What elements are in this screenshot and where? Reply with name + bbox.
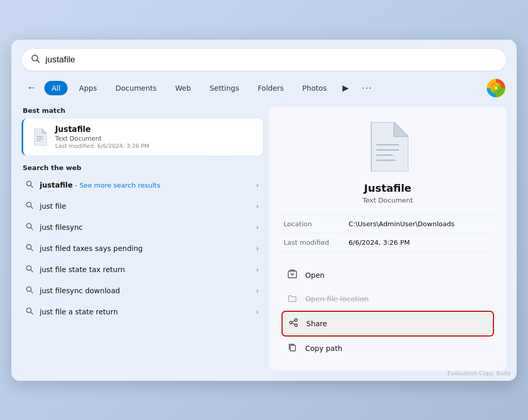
modified-value: 6/6/2024, 3:26 PM xyxy=(349,239,410,246)
filter-folders[interactable]: Folders xyxy=(251,81,291,95)
file-meta-location: Location C:\Users\AdminUser\Downloads xyxy=(282,215,494,233)
best-match-item[interactable]: Justafile Text Document Last modified: 6… xyxy=(22,119,263,156)
share-icon xyxy=(288,318,299,329)
filter-web[interactable]: Web xyxy=(168,81,199,95)
file-meta-table: Location C:\Users\AdminUser\Downloads La… xyxy=(282,214,494,252)
file-preview-type: Text Document xyxy=(362,196,413,204)
web-item-text: just filesync xyxy=(40,223,250,231)
open-location-action[interactable]: Open file location xyxy=(282,287,494,311)
web-search-icon xyxy=(26,223,34,232)
chevron-right-icon: › xyxy=(256,287,259,295)
right-panel: Justafile Text Document Location C:\User… xyxy=(269,107,506,371)
actions-list: Open Open file location xyxy=(282,263,494,360)
svg-line-20 xyxy=(31,312,33,314)
copy-icon xyxy=(287,343,298,354)
more-button[interactable]: ··· xyxy=(358,80,377,95)
web-item-text: just file state tax return xyxy=(40,265,250,274)
modified-label: Last modified xyxy=(284,239,340,246)
item-meta: Last modified: 6/6/2024, 3:26 PM xyxy=(55,143,150,149)
chevron-right-icon: › xyxy=(256,202,259,210)
web-item[interactable]: just file a state return › xyxy=(22,301,263,323)
svg-line-8 xyxy=(31,185,33,187)
share-label: Share xyxy=(306,320,327,328)
main-content: Best match Justafile Text Document Last … xyxy=(22,107,506,371)
chevron-right-icon: › xyxy=(256,308,259,316)
svg-point-27 xyxy=(290,321,292,324)
web-item[interactable]: just filesync › xyxy=(22,217,263,238)
filter-documents[interactable]: Documents xyxy=(108,81,164,95)
back-button[interactable]: ← xyxy=(23,80,40,95)
svg-line-14 xyxy=(31,248,33,250)
best-match-label: Best match xyxy=(22,107,263,114)
web-item[interactable]: justafile - See more search results › xyxy=(22,175,263,196)
filter-bar: ← All Apps Documents Web Settings Folder… xyxy=(22,79,506,97)
best-match-info: Justafile Text Document Last modified: 6… xyxy=(55,125,150,149)
web-search-icon xyxy=(26,265,34,275)
copy-path-action[interactable]: Copy path xyxy=(282,337,494,360)
open-icon xyxy=(287,270,298,281)
watermark: Evaluation Copy. Build xyxy=(448,370,510,377)
search-icon xyxy=(31,54,40,65)
filter-settings[interactable]: Settings xyxy=(202,81,246,95)
svg-text:✦: ✦ xyxy=(493,85,498,91)
open-action[interactable]: Open xyxy=(282,263,494,287)
svg-rect-25 xyxy=(288,271,296,278)
web-search-icon xyxy=(26,201,34,211)
web-item-text: just filed taxes says pending xyxy=(40,244,250,253)
svg-point-28 xyxy=(295,324,298,326)
web-search-icon xyxy=(26,180,34,190)
item-title: Justafile xyxy=(55,125,150,134)
web-search-icon xyxy=(26,244,34,254)
svg-line-10 xyxy=(31,206,33,208)
search-input[interactable] xyxy=(45,55,497,65)
web-item-text: just file xyxy=(40,202,250,210)
file-meta-modified: Last modified 6/6/2024, 3:26 PM xyxy=(282,233,494,252)
play-button[interactable]: ▶ xyxy=(338,81,353,95)
location-value: C:\Users\AdminUser\Downloads xyxy=(349,220,454,228)
chevron-right-icon: › xyxy=(256,244,259,253)
web-item-text: just file a state return xyxy=(40,308,250,316)
web-items-list: justafile - See more search results › ju… xyxy=(22,175,263,323)
item-subtitle: Text Document xyxy=(55,135,150,142)
filter-photos[interactable]: Photos xyxy=(295,81,334,95)
filter-all[interactable]: All xyxy=(44,81,68,95)
web-search-label: Search the web xyxy=(22,164,263,172)
open-location-label: Open file location xyxy=(305,295,369,303)
chevron-right-icon: › xyxy=(256,181,259,189)
web-search-icon xyxy=(26,307,34,317)
share-action[interactable]: Share xyxy=(282,311,494,337)
search-bar xyxy=(22,49,506,71)
chevron-right-icon: › xyxy=(256,265,259,274)
web-item[interactable]: just filed taxes says pending › xyxy=(22,238,263,259)
web-search-icon xyxy=(26,286,34,296)
web-item[interactable]: just file › xyxy=(22,196,263,217)
svg-rect-31 xyxy=(290,345,295,351)
filter-apps[interactable]: Apps xyxy=(72,81,104,95)
svg-line-12 xyxy=(31,227,33,229)
copilot-button[interactable]: ✦ xyxy=(487,79,505,97)
web-item[interactable]: just file state tax return › xyxy=(22,259,263,280)
web-item[interactable]: just filesync download › xyxy=(22,280,263,301)
svg-line-18 xyxy=(31,291,33,293)
left-panel: Best match Justafile Text Document Last … xyxy=(22,107,263,371)
folder-icon xyxy=(287,293,298,305)
web-item-text: justafile - See more search results xyxy=(40,181,250,189)
web-item-text: just filesync download xyxy=(40,287,250,295)
chevron-right-icon: › xyxy=(256,223,259,231)
file-preview-name: Justafile xyxy=(364,182,411,194)
svg-line-1 xyxy=(37,60,40,62)
location-label: Location xyxy=(284,220,340,228)
file-preview-icon xyxy=(367,122,408,174)
svg-line-16 xyxy=(31,270,33,272)
svg-line-30 xyxy=(292,323,295,325)
open-label: Open xyxy=(305,271,324,279)
svg-point-26 xyxy=(295,318,298,321)
copy-path-label: Copy path xyxy=(305,344,342,352)
file-icon xyxy=(30,128,49,146)
svg-line-29 xyxy=(292,321,295,322)
